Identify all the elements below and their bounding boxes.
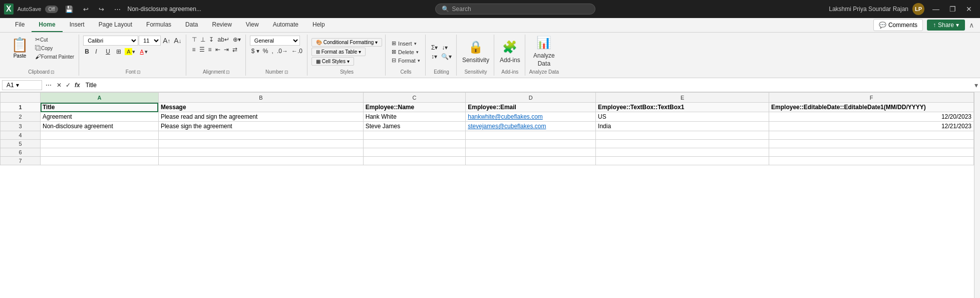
format-painter-button[interactable]: 🖌 Format Painter bbox=[34, 53, 76, 61]
increase-font-size-button[interactable]: A↑ bbox=[161, 36, 172, 46]
cell-B7[interactable] bbox=[158, 157, 363, 165]
alignment-expand-icon[interactable]: ⊡ bbox=[226, 70, 230, 75]
cell-C4[interactable] bbox=[363, 131, 465, 140]
increase-decimal-button[interactable]: .0→ bbox=[275, 47, 289, 55]
conditional-formatting-button[interactable]: 🎨 Conditional Formatting ▾ bbox=[311, 38, 382, 47]
save-button[interactable]: 💾 bbox=[62, 5, 76, 14]
font-color-button[interactable]: A▾ bbox=[137, 48, 149, 56]
user-avatar[interactable]: LP bbox=[912, 3, 924, 15]
align-middle-button[interactable]: ⊥ bbox=[199, 36, 207, 44]
cell-E3[interactable]: India bbox=[596, 122, 769, 131]
cell-B5[interactable] bbox=[158, 140, 363, 148]
bold-button[interactable]: B bbox=[83, 48, 93, 56]
col-header-D[interactable]: D bbox=[466, 93, 596, 103]
cell-D3[interactable]: stevejames@cubeflakes.com bbox=[466, 122, 596, 131]
paste-button[interactable]: 📋 Paste bbox=[7, 36, 33, 60]
email-link-row2[interactable]: hankwhite@cubeflakes.com bbox=[468, 113, 543, 120]
cell-B3[interactable]: Please sign the agreement bbox=[158, 122, 363, 131]
cell-B6[interactable] bbox=[158, 148, 363, 157]
tab-insert[interactable]: Insert bbox=[63, 18, 92, 32]
insert-button[interactable]: ⊞ Insert ▾ bbox=[390, 40, 419, 47]
comma-button[interactable]: , bbox=[270, 47, 275, 55]
number-expand-icon[interactable]: ⊡ bbox=[284, 70, 288, 75]
formula-fx-button[interactable]: fx bbox=[73, 81, 82, 89]
cell-D4[interactable] bbox=[466, 131, 596, 140]
sensitivity-button[interactable]: Sensitivity bbox=[461, 56, 491, 64]
auto-sum-button[interactable]: Σ ▾ bbox=[430, 44, 439, 52]
tab-review[interactable]: Review bbox=[205, 18, 238, 32]
formula-input[interactable] bbox=[84, 82, 972, 89]
cell-A7[interactable] bbox=[41, 157, 159, 165]
cell-A6[interactable] bbox=[41, 148, 159, 157]
analyze-data-button[interactable]: AnalyzeData bbox=[532, 52, 556, 68]
clipboard-expand-icon[interactable]: ⊡ bbox=[51, 70, 55, 75]
cell-E2[interactable]: US bbox=[596, 112, 769, 122]
cell-B1[interactable]: Message bbox=[158, 103, 363, 112]
cell-ref-more-button[interactable]: ⋯ bbox=[44, 81, 53, 89]
email-link-row3[interactable]: stevejames@cubeflakes.com bbox=[468, 123, 546, 130]
align-left-button[interactable]: ≡ bbox=[190, 46, 197, 54]
align-top-button[interactable]: ⊤ bbox=[190, 36, 198, 44]
col-header-F[interactable]: F bbox=[769, 93, 974, 103]
borders-button[interactable]: ⊞ bbox=[115, 48, 123, 56]
decrease-indent-button[interactable]: ⇤ bbox=[214, 46, 222, 54]
tab-view[interactable]: View bbox=[239, 18, 266, 32]
text-direction-button[interactable]: ⇄ bbox=[231, 46, 239, 54]
cell-D6[interactable] bbox=[466, 148, 596, 157]
cell-reference-box[interactable]: A1 ▾ bbox=[2, 80, 42, 90]
align-bottom-button[interactable]: ↧ bbox=[207, 36, 215, 44]
cell-C6[interactable] bbox=[363, 148, 465, 157]
redo-button[interactable]: ↪ bbox=[96, 5, 107, 14]
increase-indent-button[interactable]: ⇥ bbox=[222, 46, 230, 54]
tab-help[interactable]: Help bbox=[305, 18, 332, 32]
cell-E5[interactable] bbox=[596, 140, 769, 148]
cell-D2[interactable]: hankwhite@cubeflakes.com bbox=[466, 112, 596, 122]
italic-button[interactable]: I bbox=[94, 48, 104, 56]
cell-E4[interactable] bbox=[596, 131, 769, 140]
cell-ref-dropdown-icon[interactable]: ▾ bbox=[16, 82, 19, 89]
cell-C3[interactable]: Steve James bbox=[363, 122, 465, 131]
tab-data[interactable]: Data bbox=[178, 18, 205, 32]
quick-access-more-button[interactable]: ⋯ bbox=[111, 5, 124, 14]
formula-bar-expand-button[interactable]: ▾ bbox=[974, 81, 978, 89]
align-center-button[interactable]: ☰ bbox=[198, 46, 206, 54]
tab-formulas[interactable]: Formulas bbox=[139, 18, 178, 32]
cell-D1[interactable]: Employee::Email bbox=[466, 103, 596, 112]
cell-C1[interactable]: Employee::Name bbox=[363, 103, 465, 112]
font-expand-icon[interactable]: ⊡ bbox=[137, 70, 141, 75]
cell-F3[interactable]: 12/21/2023 bbox=[769, 122, 974, 131]
col-header-B[interactable]: B bbox=[158, 93, 363, 103]
search-box[interactable]: 🔍 bbox=[435, 4, 595, 15]
restore-button[interactable]: ❐ bbox=[945, 3, 960, 15]
find-select-button[interactable]: 🔍▾ bbox=[440, 53, 453, 61]
col-header-C[interactable]: C bbox=[363, 93, 465, 103]
col-header-A[interactable]: A bbox=[41, 93, 159, 103]
format-as-table-button[interactable]: ⊞ Format as Table ▾ bbox=[311, 48, 366, 56]
tab-automate[interactable]: Automate bbox=[266, 18, 305, 32]
align-right-button[interactable]: ≡ bbox=[207, 46, 213, 54]
cell-B4[interactable] bbox=[158, 131, 363, 140]
cell-A5[interactable] bbox=[41, 140, 159, 148]
cell-D5[interactable] bbox=[466, 140, 596, 148]
autosave-toggle[interactable]: Off bbox=[45, 6, 58, 13]
undo-button[interactable]: ↩ bbox=[80, 5, 92, 14]
tab-file[interactable]: File bbox=[8, 18, 32, 32]
cell-C5[interactable] bbox=[363, 140, 465, 148]
collapse-ribbon-button[interactable]: ∧ bbox=[969, 21, 974, 29]
merge-center-button[interactable]: ⊕▾ bbox=[231, 36, 242, 44]
cell-C2[interactable]: Hank White bbox=[363, 112, 465, 122]
cell-C7[interactable] bbox=[363, 157, 465, 165]
col-header-E[interactable]: E bbox=[596, 93, 769, 103]
cell-B2[interactable]: Please read and sign the agreement bbox=[158, 112, 363, 122]
share-button[interactable]: ↑ Share ▾ bbox=[927, 20, 965, 31]
underline-button[interactable]: U bbox=[104, 48, 114, 56]
tab-home[interactable]: Home bbox=[32, 18, 62, 32]
cell-A2[interactable]: Agreement bbox=[41, 112, 159, 122]
currency-button[interactable]: $ ▾ bbox=[250, 47, 261, 55]
formula-confirm-button[interactable]: ✓ bbox=[64, 81, 72, 89]
cell-F7[interactable] bbox=[769, 157, 974, 165]
cell-E1[interactable]: Employee::TextBox::TextBox1 bbox=[596, 103, 769, 112]
decrease-decimal-button[interactable]: ←.0 bbox=[290, 47, 304, 55]
cell-F5[interactable] bbox=[769, 140, 974, 148]
sort-filter-button[interactable]: ↕▾ bbox=[430, 53, 439, 61]
